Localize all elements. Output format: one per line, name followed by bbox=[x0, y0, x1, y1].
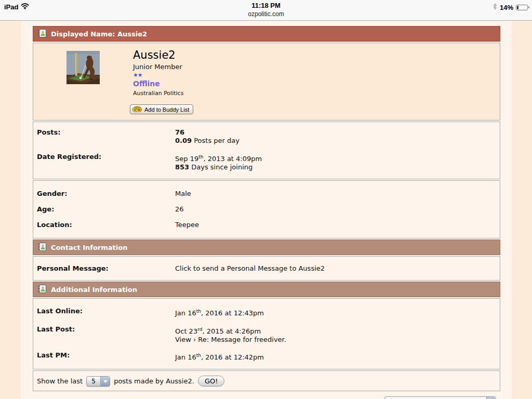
location-label: Location: bbox=[37, 221, 175, 229]
activity-section: Last Online: Jan 16th, 2016 at 12:43pm L… bbox=[33, 298, 500, 369]
displayed-name-header: Displayed Name: Aussie2 bbox=[33, 26, 500, 42]
forum-jump-select[interactable]: Forum Jump » bbox=[384, 396, 496, 399]
last-post-row: Last Post: Oct 23rd, 2015 at 4:26pm View… bbox=[33, 325, 500, 344]
location-value: Teepee bbox=[175, 221, 199, 229]
forum-jump-row: Forum Jump » bbox=[33, 396, 500, 399]
username: Aussie2 bbox=[133, 49, 183, 61]
breadcrumb-separator: › bbox=[193, 336, 196, 343]
contact-header-title: Contact Information bbox=[51, 244, 127, 251]
posts-label: Posts: bbox=[37, 128, 175, 136]
battery-icon bbox=[516, 5, 528, 10]
battery-percent-label: 14% bbox=[500, 4, 513, 11]
personal-message-section: Personal Message: Click to send a Person… bbox=[33, 256, 500, 281]
member-rank-label: Junior Member bbox=[133, 63, 183, 71]
buddy-people-icon bbox=[132, 105, 142, 113]
go-button[interactable]: GO! bbox=[198, 376, 225, 387]
gender-row: Gender: Male bbox=[33, 186, 500, 202]
profile-summary-section: Aussie2 Junior Member ★★ Offline Austral… bbox=[33, 43, 500, 121]
last-online-row: Last Online: Jan 16th, 2016 at 12:43pm bbox=[33, 307, 500, 317]
posts-count-value: 5 bbox=[87, 377, 100, 386]
last-post-topic-link[interactable]: Re: Message for freediver. bbox=[198, 336, 286, 343]
last-online-value: Jan 16th, 2016 at 12:43pm bbox=[175, 307, 264, 317]
age-value: 26 bbox=[175, 205, 184, 214]
page-body: Displayed Name: Aussie2 bbox=[21, 21, 512, 399]
location-row: Location: Teepee bbox=[33, 217, 500, 233]
gender-label: Gender: bbox=[37, 190, 175, 197]
last-post-label: Last Post: bbox=[37, 325, 175, 333]
page-title: Displayed Name: Aussie2 bbox=[51, 30, 147, 38]
additional-information-header: Additional Information bbox=[33, 282, 500, 297]
date-registered-row: Date Registered: Sep 19th, 2013 at 4:09p… bbox=[33, 153, 500, 171]
show-last-prefix-label: Show the last bbox=[37, 377, 83, 385]
buddy-button-label: Add to Buddy List bbox=[144, 107, 189, 113]
last-pm-value: Jan 16th, 2016 at 12:42pm bbox=[175, 351, 264, 362]
post-stats-section: Posts: 76 0.09 Posts per day Date Regist… bbox=[33, 122, 500, 179]
send-personal-message-link[interactable]: Click to send a Personal Message to Auss… bbox=[175, 264, 325, 273]
address-book-icon bbox=[38, 285, 46, 295]
show-posts-section: Show the last 5 posts made by Aussie2. G… bbox=[33, 370, 500, 391]
contact-information-header: Contact Information bbox=[33, 240, 500, 255]
age-label: Age: bbox=[37, 205, 175, 213]
last-post-view-link[interactable]: View bbox=[175, 336, 191, 343]
chevron-down-icon bbox=[486, 397, 496, 399]
forum-jump-value: Forum Jump » bbox=[385, 397, 486, 399]
last-online-label: Last Online: bbox=[37, 307, 175, 315]
add-to-buddy-list-button[interactable]: Add to Buddy List bbox=[130, 104, 193, 114]
personal-message-label: Personal Message: bbox=[37, 264, 175, 272]
rank-stars-icon: ★★ bbox=[133, 72, 183, 78]
last-pm-label: Last PM: bbox=[37, 351, 175, 359]
user-profile-panel: Displayed Name: Aussie2 bbox=[33, 26, 500, 391]
posts-row: Posts: 76 0.09 Posts per day bbox=[33, 128, 500, 145]
address-book-icon bbox=[38, 243, 46, 252]
ios-status-bar: iPad 11:18 PM ozpolitic.com 14% bbox=[0, 0, 532, 21]
online-status-label: Offline bbox=[133, 79, 183, 88]
last-post-value: Oct 23rd, 2015 at 4:26pm View › Re: Mess… bbox=[175, 325, 286, 344]
age-row: Age: 26 bbox=[33, 202, 500, 217]
date-registered-value: Sep 19th, 2013 at 4:09pm 853 Days since … bbox=[175, 153, 262, 171]
date-registered-label: Date Registered: bbox=[37, 153, 175, 161]
personal-message-row: Personal Message: Click to send a Person… bbox=[33, 264, 500, 273]
show-last-suffix-label: posts made by Aussie2. bbox=[114, 377, 194, 385]
chevron-down-icon bbox=[100, 377, 110, 386]
bluetooth-icon bbox=[493, 3, 497, 12]
board-name-label: Australian Politics bbox=[133, 90, 183, 97]
avatar bbox=[66, 51, 100, 84]
last-pm-row: Last PM: Jan 16th, 2016 at 12:42pm bbox=[33, 351, 500, 362]
gender-value: Male bbox=[175, 190, 191, 198]
clock: 11:18 PM bbox=[0, 2, 532, 9]
site-domain-label: ozpolitic.com bbox=[0, 10, 532, 18]
posts-count-select[interactable]: 5 bbox=[86, 376, 110, 387]
posts-value: 76 0.09 Posts per day bbox=[175, 128, 240, 145]
additional-header-title: Additional Information bbox=[51, 286, 137, 294]
demographics-section: Gender: Male Age: 26 Location: Teepee bbox=[33, 180, 500, 238]
address-book-icon bbox=[38, 29, 46, 39]
